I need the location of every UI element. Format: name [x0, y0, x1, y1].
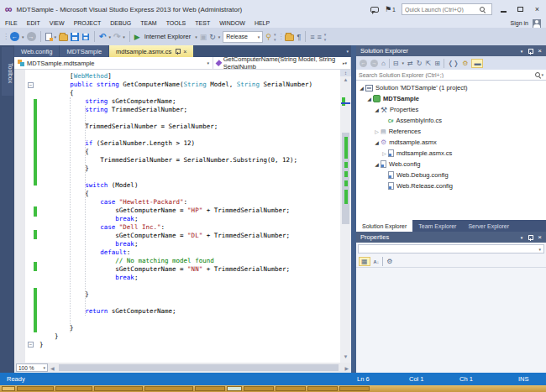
menu-help[interactable]: HELP [255, 20, 270, 26]
taskbar-button[interactable] [144, 386, 193, 391]
toolbox-tab[interactable]: Toolbox [2, 47, 13, 96]
wrench-icon[interactable]: ⚙ [462, 60, 468, 67]
properties-window-icon[interactable]: ⊞ [434, 60, 440, 67]
taskbar-button[interactable] [227, 386, 242, 391]
start-debug-browser-label[interactable]: Internet Explorer [144, 33, 191, 40]
categorized-view-icon[interactable]: ▦ [359, 257, 370, 266]
taskbar-button[interactable] [17, 386, 54, 391]
editor-splitter-handle[interactable]: ↕ [340, 70, 351, 76]
save-button[interactable] [71, 33, 79, 41]
menu-project[interactable]: PROJECT [74, 20, 102, 26]
sync-with-active-document-icon[interactable]: ⇱ [425, 60, 431, 67]
undo-dropdown-icon[interactable]: ▾ [108, 34, 111, 39]
menu-test[interactable]: TEST [195, 20, 210, 26]
tree-item-mdtsample-asmx[interactable]: ◢ ⚙ mdtsample.asmx [356, 137, 546, 148]
tree-item-assemblyinfo[interactable]: ◢ C# AssemblyInfo.cs [356, 115, 546, 126]
property-pages-icon[interactable]: ⚙ [386, 258, 392, 265]
new-file-dropdown-icon[interactable]: ▾ [55, 34, 57, 39]
expander-expanded-icon[interactable]: ◢ [358, 85, 365, 91]
tab-mdtsample[interactable]: MDTSample [60, 45, 108, 57]
tab-server-explorer[interactable]: Server Explorer [462, 220, 515, 232]
collapse-region-icon[interactable]: − [28, 82, 34, 88]
scroll-left-icon[interactable]: ◀ [48, 365, 57, 371]
indicator-margin[interactable] [14, 70, 25, 363]
close-button[interactable]: × [532, 4, 543, 15]
scroll-up-icon[interactable]: ▲ [340, 76, 351, 84]
alphabetical-sort-icon[interactable]: A↓ [374, 258, 380, 265]
find-in-files-button[interactable]: ⚲ [265, 33, 271, 41]
solution-search-input[interactable] [359, 72, 534, 78]
save-all-button[interactable] [82, 34, 89, 40]
close-panel-icon[interactable]: × [538, 234, 542, 241]
taskbar-button[interactable] [195, 386, 225, 391]
minimize-button[interactable] [498, 4, 509, 15]
forward-icon[interactable]: → [370, 60, 378, 67]
home-icon[interactable]: ⌂ [381, 60, 386, 67]
code-content[interactable]: [WebMethod] public string GetComputerNam… [39, 72, 312, 349]
pending-changes-filter-icon[interactable]: ⇄ [407, 60, 413, 67]
menu-debug[interactable]: DEBUG [110, 20, 131, 26]
menu-file[interactable]: FILE [5, 20, 18, 26]
tab-mdtsample-asmx-cs[interactable]: mdtsample.asmx.cs × [109, 45, 193, 57]
chevron-down-icon[interactable]: ▾ [541, 72, 543, 77]
taskbar-button[interactable] [276, 386, 306, 391]
tree-item-references[interactable]: ▷ ▤ References [356, 126, 546, 137]
decrease-indent-button[interactable]: ≡ [310, 33, 314, 41]
taskbar-button[interactable] [55, 386, 92, 391]
menu-team[interactable]: TEAM [140, 20, 156, 26]
expander-expanded-icon[interactable]: ◢ [373, 107, 381, 112]
menu-window[interactable]: WINDOW [219, 20, 245, 26]
code-editor[interactable]: − − [WebMethod] public string GetCompute… [14, 70, 340, 363]
tree-item-mdtsample-asmx-cs[interactable]: ▷ mdtsample.asmx.cs [356, 148, 546, 159]
properties-title-bar[interactable]: Properties ▾ × [356, 232, 546, 243]
window-menu-icon[interactable]: ▾ [521, 235, 523, 240]
tab-team-explorer[interactable]: Team Explorer [412, 220, 462, 232]
start-debug-icon[interactable]: ▶ [134, 33, 140, 41]
solution-explorer-title-bar[interactable]: Solution Explorer ▾ × [356, 45, 546, 56]
quick-launch-box[interactable] [402, 3, 492, 15]
taskbar-start-button[interactable] [2, 386, 15, 391]
solution-configuration-select[interactable]: Release ▾ [223, 31, 263, 43]
tab-solution-explorer[interactable]: Solution Explorer [356, 220, 412, 232]
sign-in-link[interactable]: Sign in [511, 20, 528, 26]
expander-collapsed-icon[interactable]: ▷ [381, 150, 388, 156]
horizontal-scrollbar[interactable] [57, 363, 343, 373]
window-menu-icon[interactable]: ▾ [521, 49, 523, 54]
tree-item-web-debug-config[interactable]: ◢ Web.Debug.config [356, 170, 546, 180]
undo-button[interactable]: ↶ [99, 32, 106, 41]
collapse-region-icon[interactable]: − [28, 342, 34, 348]
taskbar-button[interactable] [94, 386, 143, 391]
user-avatar-icon[interactable] [533, 19, 541, 28]
feedback-icon[interactable] [370, 7, 379, 13]
restore-button[interactable] [515, 4, 526, 15]
notifications-button[interactable]: ⚑ 1 [385, 5, 396, 13]
browser-select-dropdown-icon[interactable]: ▾ [195, 34, 197, 39]
tree-item-web-release-config[interactable]: ◢ Web.Release.config [356, 180, 546, 191]
expander-expanded-icon[interactable]: ◢ [365, 96, 373, 102]
vertical-scrollbar[interactable]: ↕ ▲ ▼ [340, 70, 351, 363]
show-all-files-icon[interactable]: ▬ [471, 59, 483, 68]
back-icon[interactable]: ← [360, 60, 367, 67]
quick-launch-input[interactable] [405, 7, 479, 13]
taskbar-button[interactable] [244, 386, 274, 391]
close-tab-icon[interactable]: × [183, 49, 186, 55]
tree-item-solution[interactable]: ◢ Solution 'MDTSample' (1 project) [356, 82, 546, 93]
menu-tools[interactable]: TOOLS [166, 20, 186, 26]
zoom-select[interactable]: 100 % ▾ [16, 363, 48, 372]
menu-edit[interactable]: EDIT [27, 20, 40, 26]
increase-indent-button[interactable]: ≡ [318, 33, 322, 41]
toolbar-overflow-button[interactable]: ▾▾ [324, 32, 326, 42]
open-file-button[interactable] [59, 34, 68, 41]
navigate-back-button[interactable]: ← [10, 32, 19, 41]
toolbar-grip[interactable]: ⋮ [277, 33, 282, 40]
new-file-button[interactable] [45, 33, 52, 41]
expander-collapsed-icon[interactable]: ▷ [373, 128, 381, 134]
taskbar-button[interactable] [307, 386, 338, 391]
tab-web-config[interactable]: Web.config [14, 45, 59, 57]
navigate-forward-button[interactable]: → [27, 32, 36, 41]
redo-button[interactable]: ↷ [113, 32, 120, 41]
toolbar-overflow-button[interactable]: ▾▾ [274, 32, 276, 42]
pin-panel-icon[interactable] [528, 234, 533, 241]
redo-dropdown-icon[interactable]: ▾ [123, 34, 125, 39]
expander-expanded-icon[interactable]: ◢ [373, 139, 381, 145]
